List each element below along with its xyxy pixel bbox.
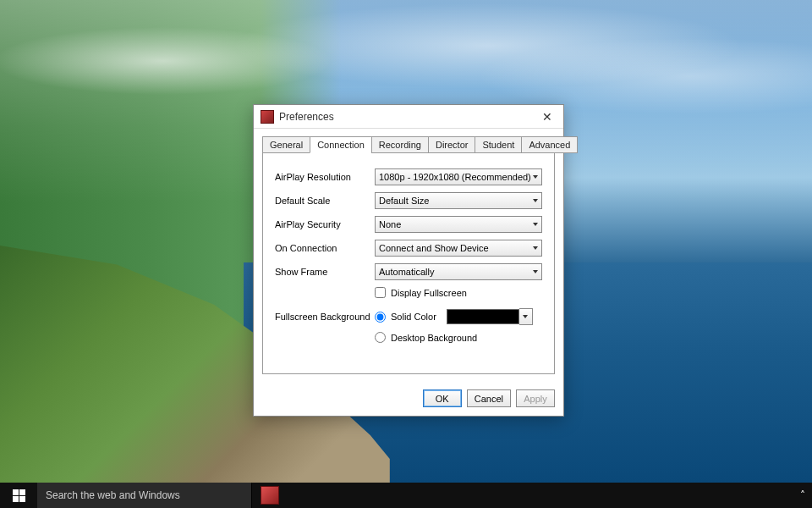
label-fullscreen-background: Fullscreen Background bbox=[275, 312, 375, 322]
app-icon bbox=[261, 486, 279, 505]
system-tray[interactable]: ˄ bbox=[793, 483, 812, 508]
tab-general[interactable]: General bbox=[262, 136, 310, 153]
tab-panel-connection: AirPlay Resolution 1080p - 1920x1080 (Re… bbox=[262, 152, 555, 374]
taskbar: Search the web and Windows ˄ bbox=[0, 483, 812, 508]
checkbox-display-fullscreen[interactable]: Display Fullscreen bbox=[375, 287, 542, 298]
tab-director[interactable]: Director bbox=[428, 136, 476, 153]
taskbar-search-placeholder: Search the web and Windows bbox=[46, 489, 180, 501]
radio-desktop-background[interactable]: Desktop Background bbox=[375, 332, 542, 343]
tab-recording[interactable]: Recording bbox=[371, 136, 429, 153]
radio-solid-color[interactable]: Solid Color bbox=[375, 308, 542, 325]
combo-airplay-security[interactable]: None bbox=[375, 216, 542, 233]
cancel-button[interactable]: Cancel bbox=[467, 389, 511, 407]
combo-on-connection[interactable]: Connect and Show Device bbox=[375, 240, 542, 257]
combo-default-scale[interactable]: Default Size bbox=[375, 192, 542, 209]
tab-advanced[interactable]: Advanced bbox=[521, 136, 578, 153]
label-airplay-resolution: AirPlay Resolution bbox=[275, 172, 375, 182]
windows-logo-icon bbox=[13, 489, 25, 502]
color-picker-button[interactable] bbox=[519, 308, 533, 325]
start-button[interactable] bbox=[0, 483, 37, 508]
combo-airplay-resolution[interactable]: 1080p - 1920x1080 (Recommended) bbox=[375, 168, 542, 185]
dialog-title: Preferences bbox=[279, 111, 538, 123]
tab-student[interactable]: Student bbox=[475, 136, 522, 153]
chevron-up-icon[interactable]: ˄ bbox=[800, 489, 805, 501]
combo-show-frame[interactable]: Automatically bbox=[375, 263, 542, 280]
radio-solid-color-input[interactable] bbox=[375, 312, 386, 323]
apply-button[interactable]: Apply bbox=[516, 389, 555, 407]
label-default-scale: Default Scale bbox=[275, 196, 375, 206]
ok-button[interactable]: OK bbox=[423, 389, 462, 407]
dialog-buttons: OK Cancel Apply bbox=[254, 383, 563, 416]
app-icon bbox=[261, 110, 274, 124]
radio-desktop-background-input[interactable] bbox=[375, 332, 386, 343]
taskbar-app-button[interactable] bbox=[252, 483, 288, 508]
label-show-frame: Show Frame bbox=[275, 267, 375, 277]
close-icon[interactable]: ✕ bbox=[538, 110, 557, 124]
titlebar[interactable]: Preferences ✕ bbox=[254, 105, 563, 129]
label-on-connection: On Connection bbox=[275, 243, 375, 253]
checkbox-display-fullscreen-input[interactable] bbox=[375, 287, 386, 298]
tabstrip: General Connection Recording Director St… bbox=[262, 136, 555, 153]
label-airplay-security: AirPlay Security bbox=[275, 219, 375, 229]
preferences-dialog: Preferences ✕ General Connection Recordi… bbox=[253, 104, 564, 417]
taskbar-search[interactable]: Search the web and Windows bbox=[37, 483, 252, 508]
color-swatch bbox=[447, 309, 519, 324]
tab-connection[interactable]: Connection bbox=[310, 136, 372, 153]
